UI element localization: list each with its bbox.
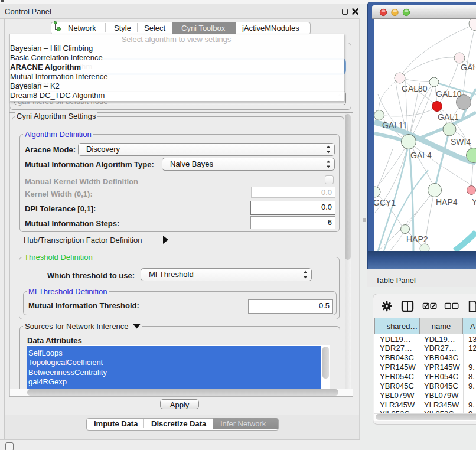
svg-text:Y: Y [472, 197, 476, 207]
svg-text:GCY1: GCY1 [374, 198, 396, 207]
svg-text:HAP2: HAP2 [406, 234, 428, 244]
svg-text:GAL10: GAL10 [436, 89, 462, 99]
svg-text:GAL1: GAL1 [438, 112, 459, 122]
svg-text:GAL: GAL [461, 63, 476, 72]
svg-text:GAL80: GAL80 [402, 84, 428, 93]
svg-text:SWI4: SWI4 [451, 137, 471, 146]
svg-text:GAL11: GAL11 [382, 120, 407, 130]
svg-text:GAL4: GAL4 [410, 151, 432, 160]
svg-text:HAP4: HAP4 [436, 197, 458, 207]
